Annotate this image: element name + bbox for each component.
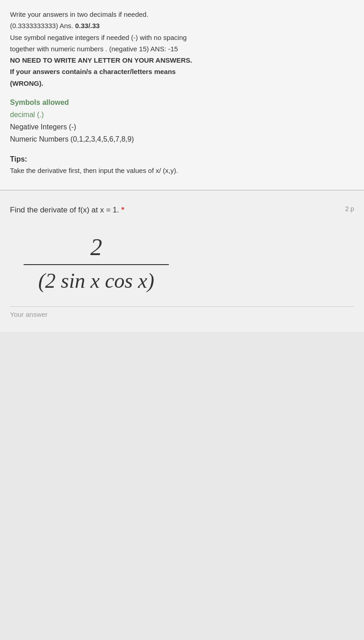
tips-section: Tips: Take the derivative first, then in… <box>10 155 354 176</box>
points-label: 2 p <box>345 205 354 212</box>
fraction-denominator-text: (2 sin x cos x) <box>38 269 154 292</box>
question-asterisk: * <box>121 206 124 214</box>
symbol-decimal: decimal (.) <box>10 108 354 121</box>
symbol-negative: Negative Integers (-) <box>10 121 354 133</box>
top-section: Write your answers in two decimals if ne… <box>0 0 364 191</box>
question-row: Find the derivate of f(x) at x = 1. * 2 … <box>10 204 354 216</box>
instruction-line4: together with numeric numbers . (negativ… <box>10 44 354 54</box>
instruction-line7: (WRONG). <box>10 78 354 89</box>
instruction-line2-text: (0.3333333333) Ans. <box>10 22 75 30</box>
bottom-section: Find the derivate of f(x) at x = 1. * 2 … <box>0 191 364 332</box>
tips-title: Tips: <box>10 155 354 163</box>
instruction-line3: Use symbol negative integers if needed (… <box>10 32 354 43</box>
symbols-section: Symbols allowed decimal (.) Negative Int… <box>10 98 354 146</box>
question-label: Find the derivate of f(x) at x = 1. * <box>10 204 341 216</box>
tips-text: Take the derivative first, then input th… <box>10 165 354 176</box>
symbol-numeric: Numeric Numbers (0,1,2,3,4,5,6,7,8,9) <box>10 133 354 145</box>
your-answer-label[interactable]: Your answer <box>10 306 354 318</box>
instruction-line6: If your answers contain/s a character/le… <box>10 66 354 77</box>
fraction-container: 2 (2 sin x cos x) <box>24 234 169 293</box>
instruction-line1: Write your answers in two decimals if ne… <box>10 9 354 20</box>
fraction-numerator: 2 <box>90 234 102 262</box>
fraction-line <box>24 264 169 265</box>
fraction-denominator: (2 sin x cos x) <box>38 269 154 293</box>
instruction-line2-bold: 0.33/.33 <box>75 22 99 30</box>
question-text: Find the derivate of f(x) at x = 1. <box>10 206 121 214</box>
instruction-line5: NO NEED TO WRITE ANY LETTER ON YOUR ANSW… <box>10 55 354 65</box>
symbols-title: Symbols allowed <box>10 98 354 107</box>
instruction-line2: (0.3333333333) Ans. 0.33/.33 <box>10 20 354 31</box>
